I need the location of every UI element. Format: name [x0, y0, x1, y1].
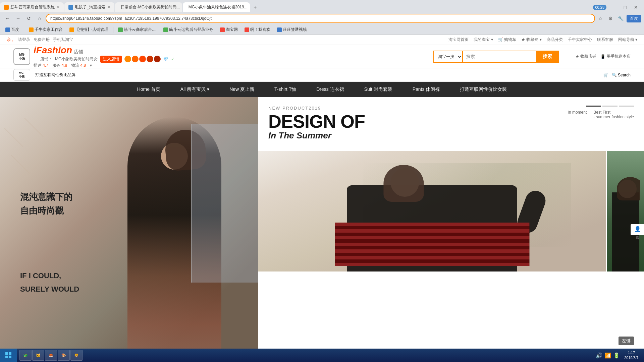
side-person — [611, 175, 640, 272]
medal-5 — [154, 56, 161, 62]
nav-brand[interactable]: 打造互联网性价比女装 — [450, 82, 517, 97]
mobile-store-button[interactable]: 📱用手机逛本店 — [600, 54, 631, 59]
product-header-right: In moment Best First - summer fashion st… — [568, 106, 634, 123]
nav-home[interactable]: Home 首页 — [127, 82, 170, 97]
collect-store-button[interactable]: ★收藏店铺 — [576, 54, 596, 59]
enter-store-button[interactable]: 进入店铺 — [100, 56, 122, 63]
topbar-left: 亲， 请登录 免费注册 手机逛淘宝 — [7, 37, 73, 43]
seller-center-link[interactable]: 千牛卖家中心 — [568, 37, 592, 43]
bookmark-label-fav: 啊！我喜欢 — [250, 27, 270, 33]
taskbar-item-3[interactable]: 🦊 — [45, 350, 57, 361]
cart-icon[interactable]: 🛒 — [603, 73, 608, 77]
cart-link[interactable]: 🛒 购物车 — [498, 37, 516, 43]
contact-service-link[interactable]: 联系客服 — [597, 37, 613, 43]
taskbar-icon-3: 🦊 — [49, 353, 53, 358]
product-person — [310, 163, 553, 272]
float-service-button[interactable]: 👤 客服 — [631, 224, 644, 235]
taskbar-time-value: 1:17 — [624, 350, 639, 355]
rating-area: 描述 4.7 服务 4.8 物流 4.8 ▾ — [34, 63, 174, 68]
nav-tshirt[interactable]: T-shirt T恤 — [264, 82, 306, 97]
site-nav-link[interactable]: 网站导航 ▾ — [618, 37, 637, 43]
tab-close-1[interactable]: ✕ — [57, 5, 60, 9]
tab-close-2[interactable]: ✕ — [107, 5, 110, 9]
home-button[interactable]: ⌂ — [35, 14, 44, 23]
login-link[interactable]: 请登录 — [18, 37, 30, 43]
slider-bar-1[interactable] — [586, 106, 601, 107]
new-tab-button[interactable]: + — [251, 3, 260, 12]
nav-dress[interactable]: Dress 连衣裙 — [306, 82, 354, 97]
slider-bar-area — [568, 106, 634, 107]
forward-button[interactable]: → — [13, 14, 23, 23]
search-button[interactable]: 搜索 — [536, 51, 559, 63]
rating-dropdown-icon[interactable]: ▾ — [90, 63, 92, 68]
nav-all[interactable]: All 所有宝贝 ▾ — [170, 82, 219, 97]
register-link[interactable]: 免费注册 — [34, 37, 50, 43]
design-title: DESIGN OF — [268, 112, 365, 130]
baidu-button[interactable]: 百度 — [627, 15, 641, 22]
search-select[interactable]: 淘宝一搜 — [433, 51, 462, 63]
tab-favicon-2 — [68, 5, 73, 10]
bookmark-taobao[interactable]: 淘宝网 — [217, 26, 240, 33]
store-badge-icon: MG小象 — [13, 48, 30, 65]
address-input[interactable] — [46, 14, 595, 23]
extension-icon[interactable]: 🔧 — [616, 14, 625, 22]
maximize-button[interactable]: □ — [620, 3, 631, 12]
svg-rect-1 — [9, 352, 11, 355]
product-image-main[interactable]: * GOES BACK TO NATURE — [258, 151, 606, 272]
bookmark-qianniu[interactable]: 千牛卖家工作台 — [26, 26, 65, 33]
brand-label: 打造互联网性价比品牌 — [35, 72, 75, 78]
search-input[interactable] — [462, 51, 536, 63]
medal-3 — [139, 56, 146, 62]
store-actions: ★收藏店铺 📱用手机逛本店 — [576, 54, 631, 59]
taskbar-tray-1[interactable]: 🔊 — [595, 352, 603, 359]
categories-link[interactable]: 商品分类 — [547, 37, 563, 43]
taskbar-right: 🔊 📶 🔋 1:17 2019/8/1 — [595, 350, 644, 361]
mobile-link[interactable]: 手机逛淘宝 — [53, 37, 73, 43]
product-image-side[interactable] — [607, 151, 644, 272]
tab-title-3: 日常前台-MG小象欧美街拍时尚... — [121, 4, 180, 10]
shipping-rating: 物流 4.8 — [71, 63, 86, 68]
slider-bar-3[interactable] — [619, 106, 634, 107]
desc-col1-label: In moment — [568, 110, 587, 115]
favorites-link[interactable]: ★ 收藏夹 ▾ — [521, 37, 542, 43]
tab-favicon-1 — [4, 5, 9, 10]
minimize-button[interactable]: — — [609, 3, 620, 12]
bookmark-wangwang[interactable]: 旺旺签透视镜 — [274, 26, 310, 33]
taskbar-item-5[interactable]: 🦁 — [70, 350, 83, 361]
tab-2[interactable]: 毛孩子_淘宝搜索 ✕ — [64, 2, 114, 12]
taskbar-item-4[interactable]: 🎨 — [58, 350, 70, 361]
bookmark-baidu[interactable]: 百度 — [3, 26, 22, 33]
back-button[interactable]: ← — [3, 14, 12, 23]
taskbar-tray-3[interactable]: 🔋 — [613, 352, 620, 359]
close-button[interactable]: ✕ — [631, 3, 641, 12]
search-link[interactable]: 🔍 Search — [612, 73, 631, 77]
nav-new[interactable]: New 夏上新 — [219, 82, 264, 97]
my-taobao-link[interactable]: 我的淘宝 ▾ — [474, 37, 493, 43]
star-icon[interactable]: ☆ — [596, 14, 604, 22]
medal-icons — [124, 56, 161, 62]
bookmark-icon-baidu — [5, 27, 10, 32]
desc-right-col2: Best First - summer fashion style — [593, 110, 634, 119]
start-button[interactable] — [0, 349, 17, 362]
rss-icon[interactable]: ⚙ — [606, 14, 614, 22]
new-product-section: NEW PRODUCT2019 DESIGN OF In The Summer — [258, 97, 644, 151]
tab-1[interactable]: 筋斗云商家后台管理系统 ✕ — [0, 2, 64, 12]
bookmark-jindou[interactable]: 筋斗云商家后台.... — [115, 26, 159, 33]
bookmark-fav[interactable]: 啊！我喜欢 — [242, 26, 273, 33]
slider-bar-2[interactable] — [602, 106, 618, 107]
nav-suit[interactable]: Suit 时尚套装 — [354, 82, 402, 97]
tab-4[interactable]: MG小象牛油果绿色连衣裙2019... ✕ — [183, 2, 250, 12]
nav-pants[interactable]: Pants 休闲裤 — [402, 82, 450, 97]
taskbar-tray-2[interactable]: 📶 — [604, 352, 611, 359]
taskbar-item-2[interactable]: 🐱 — [32, 350, 44, 361]
tab-close-4[interactable]: ✕ — [250, 5, 250, 9]
bookmark-label-jindou-login: 筋斗云运营后台登录业务 — [169, 27, 213, 33]
banner-en-line1: IF I COULD, — [20, 269, 79, 283]
taskbar-item-1[interactable]: 🐲 — [19, 350, 32, 361]
taobao-home-link[interactable]: 淘宝网首页 — [448, 37, 469, 43]
refresh-button[interactable]: ↺ — [24, 14, 34, 23]
bookmark-zhaozhe[interactable]: 【招招】·店铺管理 — [67, 26, 111, 33]
store-text: 店铺 — [74, 49, 83, 55]
tab-3[interactable]: 日常前台-MG小象欧美街拍时尚... ✕ — [115, 2, 182, 12]
bookmark-jindou-login[interactable]: 筋斗云运营后台登录业务 — [161, 26, 216, 33]
